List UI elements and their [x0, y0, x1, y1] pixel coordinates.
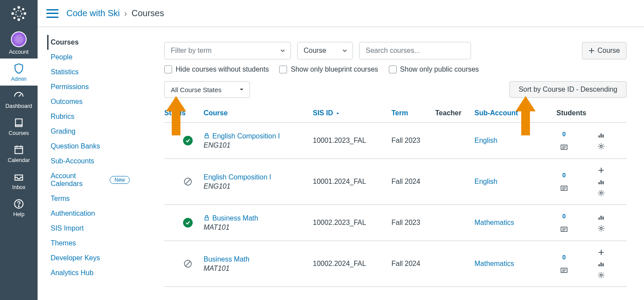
nav-admin[interactable]: Admin [0, 59, 38, 86]
add-course-button[interactable]: Course [582, 42, 627, 59]
svg-rect-38 [205, 217, 208, 220]
course-link[interactable]: English Composition I [204, 132, 313, 141]
stats-icon[interactable] [598, 260, 605, 267]
sidebar-item-account-calendars[interactable]: Account CalendarsNew [47, 169, 133, 191]
col-sisid[interactable]: SIS ID [313, 109, 391, 117]
sidebar-item-developer-keys[interactable]: Developer Keys [47, 251, 133, 266]
nav-inbox[interactable]: Inbox [0, 167, 38, 194]
sidebar-item-courses[interactable]: Courses [47, 35, 133, 50]
actions-cell [588, 167, 614, 197]
col-subaccount[interactable]: Sub-Account [474, 109, 540, 117]
course-link[interactable]: English Composition I [204, 173, 313, 182]
sidebar-item-grading[interactable]: Grading [47, 124, 133, 139]
sidebar-item-question-banks[interactable]: Question Banks [47, 139, 133, 154]
sidebar-item-analytics-hub[interactable]: Analytics Hub [47, 266, 133, 280]
blueprint-icon[interactable] [561, 185, 568, 192]
sidebar-item-label: Analytics Hub [51, 269, 93, 277]
term: Fall 2023 [391, 219, 435, 227]
filter-type-value: Course [304, 47, 326, 55]
col-status[interactable]: Status [164, 109, 204, 117]
course-link[interactable]: Business Math [204, 255, 313, 264]
search-input[interactable] [359, 42, 471, 59]
svg-point-56 [600, 274, 602, 276]
lock-icon [204, 133, 210, 139]
nav-account[interactable]: Account [0, 27, 38, 59]
svg-rect-10 [15, 119, 22, 125]
nav-help[interactable]: Help [0, 194, 38, 221]
sidebar-item-sis-import[interactable]: SIS Import [47, 221, 133, 236]
students-count-link[interactable]: 0 [562, 213, 566, 220]
filter-term-select[interactable]: Filter by term [164, 42, 291, 59]
filter-type-select[interactable]: Course [297, 42, 353, 59]
hamburger-menu-icon[interactable] [46, 9, 59, 18]
actions-cell [588, 249, 614, 279]
checkbox-icon [279, 66, 287, 73]
sidebar-item-people[interactable]: People [47, 50, 133, 65]
col-teacher[interactable]: Teacher [435, 109, 474, 117]
blueprint-icon[interactable] [561, 144, 568, 151]
sidebar-item-terms[interactable]: Terms [47, 191, 133, 206]
stats-icon[interactable] [598, 178, 605, 185]
settings-icon[interactable] [598, 225, 605, 232]
course-cell: English Composition IENG101 [204, 173, 313, 191]
course-state-select[interactable]: All Course States [164, 81, 250, 98]
top-bar: Code with Ski › Courses [38, 0, 644, 27]
svg-point-18 [18, 206, 19, 207]
blueprint-icon[interactable] [561, 226, 568, 233]
students-count-link[interactable]: 0 [562, 172, 566, 179]
students-count-link[interactable]: 0 [562, 131, 566, 138]
stats-icon[interactable] [598, 214, 605, 221]
sidebar-item-permissions[interactable]: Permissions [47, 79, 133, 94]
canvas-logo-icon[interactable] [9, 3, 29, 24]
sidebar-item-sub-accounts[interactable]: Sub-Accounts [47, 154, 133, 169]
nav-courses[interactable]: Courses [0, 113, 38, 140]
sidebar-item-authentication[interactable]: Authentication [47, 206, 133, 221]
lock-icon [204, 215, 210, 221]
unpublished-icon [183, 259, 193, 269]
caret-down-icon [239, 87, 244, 92]
sidebar-item-label: People [51, 53, 73, 61]
add-icon[interactable] [598, 167, 605, 174]
sub-nav-scroll[interactable]: CoursesPeopleStatisticsPermissionsOutcom… [44, 31, 133, 300]
sort-button[interactable]: Sort by Course ID - Descending [509, 81, 627, 98]
settings-icon[interactable] [598, 143, 605, 150]
check-label: Show only public courses [400, 66, 479, 73]
avatar-icon [11, 31, 27, 47]
sort-asc-icon [336, 111, 340, 115]
subaccount-link[interactable]: English [474, 178, 497, 185]
nav-label-dashboard: Dashboard [5, 103, 32, 109]
subaccount-link[interactable]: Mathematics [474, 260, 514, 267]
course-cell: English Composition IENG101 [204, 132, 313, 150]
sidebar-item-outcomes[interactable]: Outcomes [47, 94, 133, 109]
only-blueprint-checkbox[interactable]: Show only blueprint courses [279, 66, 378, 73]
col-term[interactable]: Term [391, 109, 435, 117]
svg-point-27 [600, 145, 602, 148]
nav-label-admin: Admin [11, 76, 26, 82]
stats-icon[interactable] [598, 131, 605, 138]
subaccount-link[interactable]: English [474, 137, 497, 144]
term: Fall 2023 [391, 137, 435, 145]
blueprint-icon[interactable] [561, 267, 568, 274]
nav-calendar[interactable]: Calendar [0, 140, 38, 167]
sub-nav: CoursesPeopleStatisticsPermissionsOutcom… [44, 31, 133, 293]
published-icon [183, 218, 193, 228]
settings-icon[interactable] [598, 190, 605, 197]
add-icon[interactable] [598, 249, 605, 256]
nav-dashboard[interactable]: Dashboard [0, 86, 38, 113]
subaccount-link[interactable]: Mathematics [474, 219, 514, 226]
sidebar-item-themes[interactable]: Themes [47, 236, 133, 251]
plus-icon [589, 48, 595, 54]
sidebar-item-statistics[interactable]: Statistics [47, 65, 133, 79]
hide-without-students-checkbox[interactable]: Hide courses without students [164, 66, 269, 73]
col-students[interactable]: Students [540, 109, 588, 117]
only-public-checkbox[interactable]: Show only public courses [389, 66, 479, 73]
col-course[interactable]: Course [204, 109, 313, 117]
course-link[interactable]: Business Math [204, 214, 313, 223]
settings-icon[interactable] [598, 272, 605, 279]
global-nav: Account Admin Dashboard Courses Calendar… [0, 0, 38, 300]
sidebar-item-rubrics[interactable]: Rubrics [47, 109, 133, 124]
breadcrumb-root-link[interactable]: Code with Ski [66, 8, 120, 18]
sidebar-item-label: Question Banks [51, 142, 100, 150]
svg-point-46 [600, 228, 602, 230]
students-count-link[interactable]: 0 [562, 254, 566, 261]
